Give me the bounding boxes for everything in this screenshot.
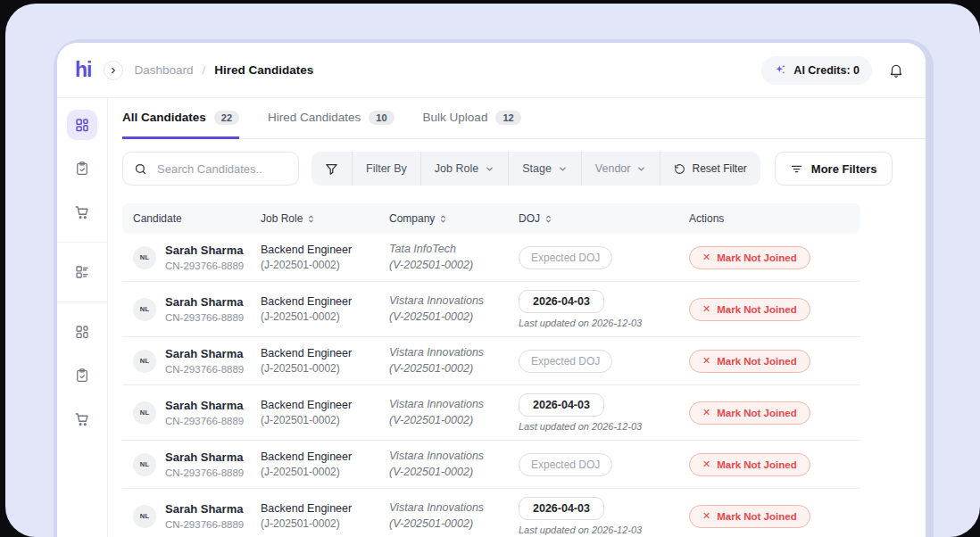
mark-not-joined-button[interactable]: ✕ Mark Not Joined [689, 453, 810, 476]
doj-date-chip: 2026-04-03 [519, 497, 604, 520]
notifications-button[interactable] [888, 62, 904, 78]
reset-icon [674, 163, 685, 175]
mark-not-joined-button[interactable]: ✕ Mark Not Joined [689, 505, 810, 528]
controls-row: Filter By Job Role Stage [122, 152, 926, 186]
table-row: NL Sarah Sharma CN-293766-8889 Backend E… [122, 282, 860, 337]
chevron-down-icon [636, 164, 646, 174]
vendor-dropdown[interactable]: Vendor [581, 152, 660, 186]
company-name: Vistara Innovations [389, 397, 519, 413]
chevron-down-icon [485, 164, 494, 174]
mark-not-joined-label: Mark Not Joined [717, 304, 796, 315]
column-header-doj[interactable]: DOJ [519, 212, 673, 225]
sidebar-item-orders[interactable] [67, 404, 97, 434]
tab-hired-candidates[interactable]: Hired Candidates 10 [268, 98, 394, 139]
avatar: NL [133, 350, 156, 373]
tab-all-candidates[interactable]: All Candidates 22 [122, 98, 239, 139]
tab-bulk-upload[interactable]: Bulk Upload 12 [423, 98, 521, 139]
sort-icon[interactable] [438, 214, 448, 224]
search-box[interactable] [122, 152, 299, 186]
sidebar-item-records[interactable] [67, 257, 97, 287]
last-updated-text: Last updated on 2026-12-03 [519, 525, 673, 535]
sparkle-icon [774, 63, 787, 77]
more-filters-text: More Filters [811, 162, 877, 176]
sort-icon[interactable] [544, 214, 553, 224]
job-role-id: (J-202501-0002) [261, 362, 389, 375]
company-cell: Tata InfoTech (V-202501-0002) [389, 242, 519, 273]
column-header-job-role[interactable]: Job Role [261, 212, 389, 225]
actions-cell: ✕ Mark Not Joined [673, 246, 860, 269]
reset-filter-button[interactable]: Reset Filter [660, 152, 760, 186]
sidebar-item-reports[interactable] [67, 360, 97, 391]
expected-doj-chip: Expected DOJ [519, 246, 612, 269]
doj-date-chip: 2026-04-03 [519, 393, 604, 417]
job-role-id: (J-202501-0002) [261, 259, 389, 271]
filter-funnel-button[interactable] [311, 152, 352, 186]
job-role-title: Backend Engineer [261, 347, 389, 361]
mark-not-joined-label: Mark Not Joined [717, 511, 796, 522]
sidebar-item-tasks[interactable] [67, 153, 97, 184]
candidate-id: CN-293766-8889 [165, 260, 244, 271]
company-name: Tata InfoTech [389, 242, 519, 258]
candidate-id: CN-293766-8889 [165, 416, 244, 426]
search-icon [134, 162, 147, 176]
doj-date-chip: 2026-04-03 [519, 290, 604, 313]
company-cell: Vistara Innovations (V-202501-0002) [389, 500, 519, 532]
candidate-cell: NL Sarah Sharma CN-293766-8889 [122, 295, 261, 322]
company-cell: Vistara Innovations (V-202501-0002) [389, 397, 519, 428]
candidate-name: Sarah Sharma [165, 502, 244, 516]
x-icon: ✕ [702, 408, 710, 417]
ai-credits-button[interactable]: AI Credits: 0 [761, 56, 872, 85]
cart-icon [74, 411, 90, 427]
job-role-title: Backend Engineer [261, 295, 389, 310]
sort-icon[interactable] [306, 214, 316, 224]
company-cell: Vistara Innovations (V-202501-0002) [389, 293, 519, 325]
mark-not-joined-button[interactable]: ✕ Mark Not Joined [689, 246, 810, 269]
actions-cell: ✕ Mark Not Joined [673, 298, 860, 321]
job-role-cell: Backend Engineer (J-202501-0002) [261, 450, 389, 479]
filter-lines-icon [790, 162, 803, 176]
tab-count-badge: 22 [214, 111, 239, 125]
table-header: Candidate Job Role Company [122, 203, 860, 234]
mark-not-joined-label: Mark Not Joined [717, 459, 796, 470]
sidebar-item-dashboard[interactable] [67, 110, 97, 140]
expected-doj-chip: Expected DOJ [519, 350, 612, 373]
topbar: hi Dashboard / Hired Candidates AI Credi… [57, 43, 926, 98]
table-row: NL Sarah Sharma CN-293766-8889 Backend E… [122, 234, 860, 282]
mark-not-joined-button[interactable]: ✕ Mark Not Joined [689, 401, 810, 425]
clipboard-check-icon [74, 368, 90, 384]
job-role-cell: Backend Engineer (J-202501-0002) [261, 399, 389, 427]
sidebar-item-apps[interactable] [67, 317, 97, 347]
candidate-cell: NL Sarah Sharma CN-293766-8889 [122, 502, 261, 529]
ai-credits-label: AI Credits: 0 [793, 64, 860, 77]
company-id: (V-202501-0002) [389, 361, 519, 377]
tab-label: All Candidates [122, 111, 206, 124]
breadcrumb-parent[interactable]: Dashboard [134, 63, 193, 77]
more-filters-button[interactable]: More Filters [775, 152, 893, 186]
mark-not-joined-button[interactable]: ✕ Mark Not Joined [689, 298, 810, 321]
job-role-cell: Backend Engineer (J-202501-0002) [261, 244, 389, 272]
job-role-cell: Backend Engineer (J-202501-0002) [261, 295, 389, 324]
job-role-dropdown[interactable]: Job Role [420, 152, 508, 186]
dashboard-grid-icon [74, 117, 90, 133]
company-cell: Vistara Innovations (V-202501-0002) [389, 345, 519, 376]
chevron-down-icon [558, 164, 568, 174]
doj-cell: 2026-04-03 Last updated on 2026-12-03 [519, 497, 673, 535]
sidebar-item-procurement[interactable] [67, 197, 97, 227]
company-id: (V-202501-0002) [389, 516, 519, 533]
doj-cell: Expected DOJ [519, 246, 673, 269]
stage-dropdown[interactable]: Stage [508, 152, 581, 186]
column-header-company[interactable]: Company [389, 212, 519, 225]
mark-not-joined-button[interactable]: ✕ Mark Not Joined [689, 350, 810, 373]
cart-icon [74, 204, 90, 220]
company-cell: Vistara Innovations (V-202501-0002) [389, 449, 519, 480]
breadcrumb: Dashboard / Hired Candidates [134, 63, 313, 77]
table-row: NL Sarah Sharma CN-293766-8889 Backend E… [122, 441, 860, 489]
column-header-actions: Actions [673, 212, 860, 225]
vendor-text: Vendor [595, 162, 631, 175]
job-role-text: Job Role [435, 162, 478, 175]
sidebar-collapse-button[interactable] [104, 61, 123, 80]
search-input[interactable] [155, 161, 280, 177]
tab-count-badge: 10 [369, 111, 394, 125]
breadcrumb-current: Hired Candidates [214, 63, 313, 77]
company-name: Vistara Innovations [389, 345, 519, 361]
